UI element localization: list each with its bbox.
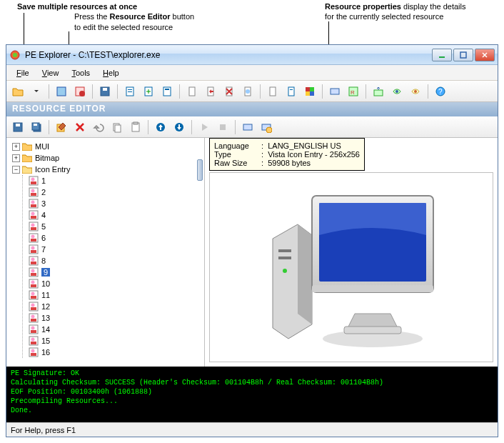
svg-point-70 [31,247,35,250]
tree-folder[interactable]: + MUI [9,141,201,152]
tool-btn-13[interactable] [326,83,343,100]
undo-button[interactable] [90,119,107,136]
svg-point-6 [79,91,85,96]
tree-item[interactable]: 1 [29,175,201,186]
menu-tools[interactable]: Tools [66,67,96,79]
maximize-button[interactable] [453,49,473,61]
svg-rect-20 [270,87,276,96]
tool-btn-10[interactable] [264,83,281,100]
tool-btn-7[interactable] [202,83,219,100]
tree-toggle-icon[interactable]: + [12,154,20,162]
tree-item[interactable]: 11 [29,289,201,301]
tool-btn-17[interactable] [407,83,424,100]
tree-item[interactable]: 8 [29,255,201,267]
console-line: Calculating Checksum: SUCCESS (Header's … [11,378,493,387]
tree-item[interactable]: 14 [29,324,201,335]
tool-btn-8[interactable] [221,83,238,100]
tree-toggle-icon[interactable]: + [12,143,20,151]
tool-btn-15[interactable] [370,83,387,100]
view-btn-1[interactable] [239,119,256,136]
tool-btn-11[interactable] [283,83,300,100]
svg-point-1 [13,53,17,57]
play-button[interactable] [196,119,213,136]
save-multiple-button[interactable] [28,119,45,136]
tree-item[interactable]: 3 [29,198,201,209]
tool-btn-4[interactable] [140,83,157,100]
tree-item[interactable]: 12 [29,301,201,312]
tree-item[interactable]: 4 [29,209,201,221]
save-resource-button[interactable] [9,119,26,136]
tree-toggle-icon[interactable]: − [12,166,20,174]
help-button[interactable]: ? [432,83,449,100]
tool-btn-5[interactable] [158,83,176,100]
save-button[interactable] [96,83,114,100]
tree-item[interactable]: 10 [29,278,201,289]
tree-label: MUI [35,142,49,151]
svg-rect-74 [31,262,36,264]
tree-item[interactable]: 13 [29,312,201,324]
tree-folder[interactable]: − Icon Entry [9,164,201,175]
titlebar[interactable]: PE Explorer - C:\TEST\explorer.exe [6,45,498,65]
resource-editor-button[interactable] [53,119,70,136]
tree-label: 12 [41,302,50,311]
resource-tree[interactable]: + MUI + Bitmap − Icon Entry 1 2 3 4 5 [6,138,204,367]
tool-btn-1[interactable] [53,83,70,100]
menu-view[interactable]: View [36,67,65,79]
tool-btn-9[interactable] [239,83,256,100]
svg-rect-11 [128,91,132,92]
copy-button[interactable] [109,119,126,136]
dropdown-icon[interactable] [28,83,45,100]
minimize-button[interactable] [432,49,452,61]
stop-button[interactable] [214,119,231,136]
down-button[interactable] [171,119,188,136]
tree-item[interactable]: 7 [29,244,201,255]
tree-label: Bitmap [35,154,59,162]
tree-folder[interactable]: + Bitmap [9,152,201,164]
resource-icon [29,256,39,266]
resource-icon [29,187,39,197]
tool-btn-6[interactable] [183,83,201,100]
tree-item[interactable]: 15 [29,335,201,347]
svg-rect-103 [344,327,401,334]
svg-point-19 [246,89,250,94]
tool-btn-2[interactable] [71,83,89,100]
tool-btn-14[interactable]: R [345,83,362,100]
menu-help[interactable]: Help [97,67,125,79]
svg-rect-8 [103,88,107,91]
tool-btn-12[interactable] [301,83,318,100]
menubar: File View Tools Help [6,65,498,81]
folder-icon [22,165,32,174]
open-button[interactable] [9,83,26,100]
resource-icon [29,210,39,220]
svg-point-31 [395,90,398,93]
menu-file[interactable]: File [11,67,35,79]
tree-label: 13 [41,314,50,322]
svg-point-97 [31,349,35,353]
svg-rect-39 [34,124,37,126]
svg-rect-27 [331,89,339,94]
close-button[interactable] [475,49,495,61]
svg-rect-22 [290,89,293,90]
resource-icon [29,176,39,186]
tree-item[interactable]: 2 [29,186,201,198]
svg-rect-62 [31,216,36,219]
tool-btn-3[interactable] [121,83,138,100]
tree-item[interactable]: 16 [29,347,201,358]
tree-item[interactable]: 9 [29,267,201,278]
tree-label: 1 [41,176,46,185]
tool-btn-16[interactable] [388,83,405,100]
view-btn-2[interactable] [258,119,275,136]
console-output: PE Signature: OKCalculating Checksum: SU… [6,367,498,422]
tree-label: 6 [41,234,46,242]
up-button[interactable] [152,119,169,136]
svg-rect-36 [16,124,20,126]
tree-label: 8 [41,257,46,265]
delete-button[interactable] [71,119,89,136]
tree-item[interactable]: 6 [29,232,201,244]
tree-item[interactable]: 5 [29,221,201,232]
scrollbar-thumb[interactable] [197,159,203,181]
paste-button[interactable] [127,119,144,136]
content-area: + MUI + Bitmap − Icon Entry 1 2 3 4 5 [6,138,498,367]
svg-rect-89 [31,319,36,322]
tree-label: 7 [41,245,46,254]
